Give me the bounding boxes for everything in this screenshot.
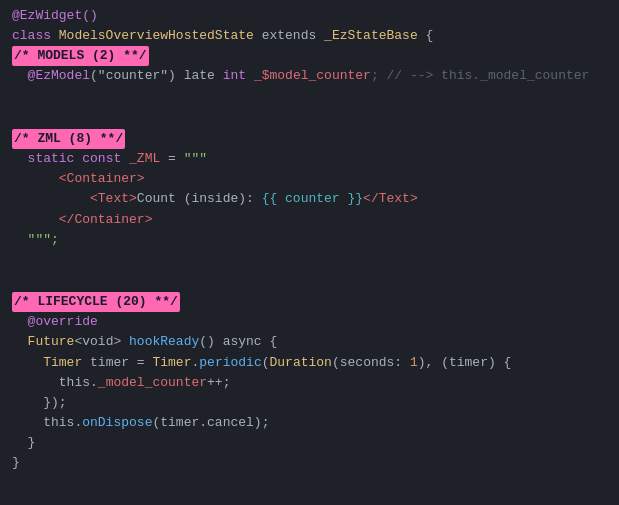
token: Duration [270, 353, 332, 373]
code-line-6 [0, 108, 619, 129]
token: 1 [410, 353, 418, 373]
token: this. [12, 413, 82, 433]
lifecycle-highlight: /* LIFECYCLE (20) **/ [12, 292, 180, 312]
token [12, 373, 59, 393]
code-line-16: @override [0, 312, 619, 332]
token: . [191, 353, 199, 373]
code-editor: @EzWidget() class ModelsOverviewHostedSt… [0, 0, 619, 505]
token: periodic [199, 353, 261, 373]
code-line-8: static const _ZML = """ [0, 149, 619, 169]
token [12, 332, 28, 352]
code-line-15: /* LIFECYCLE (20) **/ [0, 292, 619, 312]
token [12, 210, 59, 230]
code-line-19: this._model_counter++; [0, 373, 619, 393]
token: () async { [199, 332, 277, 352]
token: ; // --> this._model_counter [371, 66, 589, 86]
token: hookReady [129, 332, 199, 352]
code-line-1: @EzWidget() [0, 6, 619, 26]
token: <void> [74, 332, 129, 352]
token: this. [59, 373, 98, 393]
zml-highlight: /* ZML (8) **/ [12, 129, 125, 149]
code-line-4: @EzModel("counter") late int _$model_cou… [0, 66, 619, 86]
code-line-7: /* ZML (8) **/ [0, 129, 619, 149]
token: """; [28, 230, 59, 250]
code-line-21: this.onDispose(timer.cancel); [0, 413, 619, 433]
token [12, 149, 28, 169]
token: } [12, 433, 35, 453]
token: (seconds: [332, 353, 410, 373]
token: </Container> [59, 210, 153, 230]
code-line-13 [0, 250, 619, 271]
code-line-23: } [0, 453, 619, 473]
token: int [223, 66, 246, 86]
code-line-5 [0, 87, 619, 108]
token [12, 312, 28, 332]
code-line-14 [0, 271, 619, 292]
token: }); [12, 393, 67, 413]
code-line-22: } [0, 433, 619, 453]
token [12, 189, 90, 209]
token: _ZML [129, 149, 160, 169]
token: const [82, 149, 121, 169]
token: = [160, 149, 183, 169]
token: _model_counter [98, 373, 207, 393]
token [12, 169, 59, 189]
token: { [418, 26, 434, 46]
token: class [12, 26, 59, 46]
code-line-2: class ModelsOverviewHostedState extends … [0, 26, 619, 46]
token [12, 353, 43, 373]
token: ), (timer) { [418, 353, 512, 373]
token [121, 149, 129, 169]
token: ( [262, 353, 270, 373]
token: static [28, 149, 75, 169]
token: } [12, 453, 20, 473]
code-line-20: }); [0, 393, 619, 413]
token: onDispose [82, 413, 152, 433]
token: (timer.cancel); [152, 413, 269, 433]
code-line-10: <Text>Count (inside): {{ counter }}</Tex… [0, 189, 619, 209]
token [12, 230, 28, 250]
token: ++; [207, 373, 230, 393]
code-line-11: </Container> [0, 210, 619, 230]
token: Timer [43, 353, 82, 373]
token: @EzWidget() [12, 6, 98, 26]
token: <Container> [59, 169, 145, 189]
token: ModelsOverviewHostedState [59, 26, 254, 46]
token [74, 149, 82, 169]
token [12, 66, 28, 86]
code-line-18: Timer timer = Timer.periodic(Duration(se… [0, 353, 619, 373]
token [246, 66, 254, 86]
token: """ [184, 149, 207, 169]
token: ("counter") late [90, 66, 223, 86]
token: timer = [82, 353, 152, 373]
token: _$model_counter [254, 66, 371, 86]
token: </Text> [363, 189, 418, 209]
token: extends [254, 26, 324, 46]
token: Future [28, 332, 75, 352]
models-highlight: /* MODELS (2) **/ [12, 46, 149, 66]
token: <Text> [90, 189, 137, 209]
token: {{ counter }} [262, 189, 363, 209]
code-line-9: <Container> [0, 169, 619, 189]
token: Timer [152, 353, 191, 373]
token: Count (inside): [137, 189, 262, 209]
code-line-12: """; [0, 230, 619, 250]
token: @EzModel [28, 66, 90, 86]
code-line-17: Future<void> hookReady() async { [0, 332, 619, 352]
token: _EzStateBase [324, 26, 418, 46]
code-line-3: /* MODELS (2) **/ [0, 46, 619, 66]
token: @override [28, 312, 98, 332]
